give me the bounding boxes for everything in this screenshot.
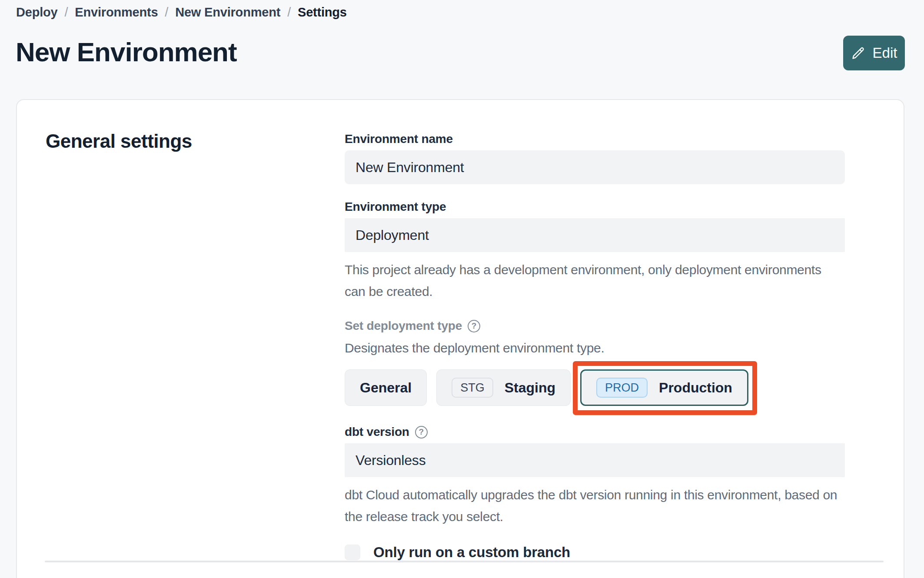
custom-branch-checkbox[interactable] <box>345 545 360 560</box>
breadcrumb-current-settings: Settings <box>298 5 347 20</box>
custom-branch-label: Only run on a custom branch <box>373 544 570 561</box>
option-production-button[interactable]: PROD Production <box>580 369 748 406</box>
breadcrumb-separator: / <box>165 5 168 20</box>
option-general-button[interactable]: General <box>345 369 427 406</box>
dbt-version-field[interactable]: Versionless <box>345 443 845 477</box>
environment-name-value: New Environment <box>356 159 464 176</box>
breadcrumb-separator: / <box>287 5 291 20</box>
breadcrumb: Deploy / Environments / New Environment … <box>16 5 347 20</box>
production-option-wrapper: PROD Production <box>580 369 748 406</box>
custom-branch-row: Only run on a custom branch <box>345 544 845 561</box>
edit-button-label: Edit <box>873 45 897 61</box>
general-settings-heading: General settings <box>46 130 192 152</box>
dbt-version-label-text: dbt version <box>345 425 409 439</box>
breadcrumb-item-new-environment[interactable]: New Environment <box>175 5 280 20</box>
environment-type-value: Deployment <box>356 227 429 243</box>
environment-name-field[interactable]: New Environment <box>345 150 845 184</box>
help-icon[interactable]: ? <box>415 426 428 438</box>
dbt-version-help-text: dbt Cloud automatically upgrades the dbt… <box>345 484 845 528</box>
general-settings-card: General settings Environment name New En… <box>16 99 904 578</box>
option-production-label: Production <box>659 380 732 396</box>
deployment-type-options: General STG Staging PROD Production <box>345 369 845 406</box>
option-general-label: General <box>360 380 412 396</box>
deployment-type-description: Designates the deployment environment ty… <box>345 337 845 359</box>
option-staging-button[interactable]: STG Staging <box>436 369 571 406</box>
section-divider <box>45 561 884 562</box>
option-staging-label: Staging <box>505 380 555 396</box>
deployment-type-label-text: Set deployment type <box>345 319 462 333</box>
dbt-version-value: Versionless <box>356 452 425 468</box>
page-title: New Environment <box>16 37 237 67</box>
breadcrumb-separator: / <box>65 5 68 20</box>
prod-badge: PROD <box>596 378 648 398</box>
breadcrumb-item-deploy[interactable]: Deploy <box>16 5 58 20</box>
dbt-version-label: dbt version ? <box>345 425 845 439</box>
pencil-icon <box>851 46 866 60</box>
help-icon[interactable]: ? <box>468 320 480 332</box>
environment-type-field[interactable]: Deployment <box>345 218 845 252</box>
breadcrumb-item-environments[interactable]: Environments <box>75 5 158 20</box>
staging-badge: STG <box>452 378 493 398</box>
environment-name-label: Environment name <box>345 132 845 146</box>
environment-type-label: Environment type <box>345 200 845 214</box>
settings-form: Environment name New Environment Environ… <box>345 132 845 561</box>
edit-button[interactable]: Edit <box>843 36 905 70</box>
environment-type-help-text: This project already has a development e… <box>345 259 845 302</box>
deployment-type-label: Set deployment type ? <box>345 319 845 333</box>
